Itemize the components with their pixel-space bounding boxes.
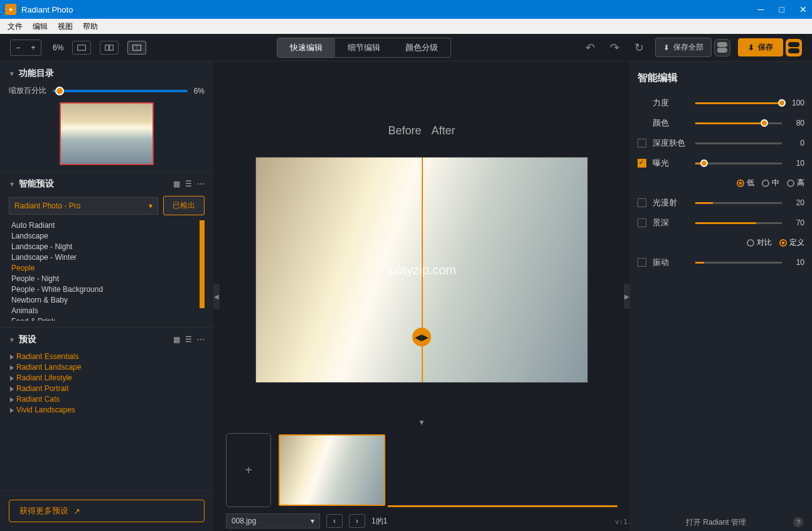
scene-preset-item[interactable]: Landscape - Night [9, 242, 205, 252]
menu-file[interactable]: 文件 [3, 20, 28, 33]
zoom-out-button[interactable]: − [11, 40, 26, 55]
collapse-filmstrip-button[interactable]: ▼ [213, 418, 630, 427]
exposure-value: 10 [788, 159, 804, 168]
compare-radio[interactable]: 对比 [747, 237, 772, 248]
preset-group-item[interactable]: Radiant Portrait [9, 384, 205, 394]
vibrance-slider[interactable] [695, 262, 782, 264]
vibrance-checkbox[interactable] [638, 258, 646, 267]
save-button[interactable]: ⬇保存 [738, 38, 783, 56]
presets-section-title[interactable]: ▼预设 [9, 334, 36, 345]
scene-preset-item[interactable]: People [9, 263, 205, 274]
open-manager-link[interactable]: 打开 Radiant 管理 [686, 517, 746, 528]
menu-edit[interactable]: 编辑 [28, 20, 53, 33]
tab-quick-edit[interactable]: 快速编辑 [277, 38, 335, 57]
dof-checkbox[interactable] [638, 218, 646, 227]
zoom-slider[interactable] [53, 90, 188, 92]
next-image-button[interactable]: › [349, 514, 365, 528]
detected-button[interactable]: 已检出 [163, 196, 205, 215]
get-more-presets-button[interactable]: 获得更多预设 ↗ [9, 500, 205, 522]
toolbar: − + 6% 快速编辑 细节编辑 颜色分级 ↶ ↷ ↻ ⬇保存全部 ⬇保存 [0, 34, 812, 62]
scrollbar[interactable] [200, 220, 205, 308]
scene-preset-item[interactable]: Food & Drink [9, 316, 205, 321]
catalog-section-title[interactable]: ▼功能目录 [9, 68, 54, 79]
titlebar: ✦ Radiant Photo ─ □ ✕ [0, 0, 812, 19]
zoom-in-button[interactable]: + [26, 40, 41, 55]
download-icon: ⬇ [748, 43, 754, 52]
glow-slider[interactable] [695, 202, 782, 204]
more-options-icon[interactable]: ⋯ [197, 335, 205, 344]
save-options-button[interactable] [786, 39, 802, 56]
strength-value: 100 [788, 99, 804, 107]
vibrance-value: 10 [788, 258, 804, 267]
dof-slider[interactable] [695, 222, 782, 224]
split-handle[interactable]: ◀▶ [412, 328, 431, 346]
skin-label: 深度肤色 [653, 137, 689, 149]
preset-group-item[interactable]: Radiant Cats [9, 394, 205, 405]
menu-help[interactable]: 帮助 [78, 20, 103, 33]
scene-preset-item[interactable]: Newborn & Baby [9, 295, 205, 306]
save-all-button[interactable]: ⬇保存全部 [655, 38, 712, 57]
preset-group-item[interactable]: Radiant Lifestyle [9, 373, 205, 384]
svg-rect-0 [78, 45, 86, 50]
scene-preset-item[interactable]: People - White Background [9, 284, 205, 295]
strength-slider[interactable] [695, 102, 782, 104]
help-icon[interactable]: ? [793, 517, 803, 527]
exposure-checkbox[interactable] [638, 159, 646, 168]
define-radio[interactable]: 定义 [779, 237, 804, 248]
add-image-button[interactable]: + [226, 433, 271, 507]
zoom-slider-label: 缩放百分比 [9, 85, 46, 96]
smart-preset-section-title[interactable]: ▼智能预设 [9, 178, 54, 190]
skin-slider[interactable] [695, 142, 782, 144]
more-options-icon[interactable]: ⋯ [197, 180, 205, 188]
left-panel: ▼功能目录 缩放百分比 6% ▼智能预设 ▦ ☰ ⋯ Radiant Photo… [0, 62, 213, 531]
canvas-image[interactable]: ◀▶ iplayzip.com [255, 157, 588, 383]
exposure-high-radio[interactable]: 高 [787, 178, 804, 188]
view-single-button[interactable] [72, 41, 91, 55]
maximize-button[interactable]: □ [779, 4, 784, 14]
exposure-mid-radio[interactable]: 中 [762, 178, 779, 188]
preset-group-item[interactable]: Radiant Essentials [9, 351, 205, 362]
exposure-slider[interactable] [695, 163, 782, 164]
app-logo-icon: ✦ [5, 4, 16, 15]
list-view-icon[interactable]: ☰ [185, 335, 192, 344]
close-button[interactable]: ✕ [799, 4, 807, 14]
tab-color-grade[interactable]: 颜色分级 [393, 38, 451, 57]
scene-preset-item[interactable]: Auto Radiant [9, 220, 205, 231]
filename-select[interactable]: 008.jpg▾ [226, 513, 320, 528]
view-compare-button[interactable] [127, 41, 146, 55]
save-all-options-button[interactable] [714, 39, 730, 56]
tab-detail-edit[interactable]: 细节编辑 [335, 38, 393, 57]
skin-checkbox[interactable] [638, 139, 646, 148]
svg-rect-2 [110, 45, 114, 50]
download-icon: ⬇ [663, 43, 670, 52]
zoom-percent-label: 6% [53, 43, 63, 52]
canvas-area: ◀ ▶ BeforeAfter ◀▶ iplayzip.com ▼ + 008.… [213, 62, 630, 531]
prev-image-button[interactable]: ‹ [326, 514, 343, 528]
scene-preset-list: Auto RadiantLandscapeLandscape - NightLa… [9, 220, 205, 321]
redo-button[interactable]: ↷ [606, 41, 623, 55]
preset-group-item[interactable]: Vivid Landscapes [9, 405, 205, 416]
view-split-button[interactable] [100, 41, 119, 55]
navigator-thumbnail[interactable] [60, 102, 154, 165]
minimize-button[interactable]: ─ [758, 4, 764, 14]
dof-label: 景深 [653, 217, 689, 228]
filmstrip: + [213, 429, 630, 511]
glow-checkbox[interactable] [638, 198, 646, 207]
scene-preset-item[interactable]: Landscape - Winter [9, 252, 205, 263]
scene-preset-item[interactable]: Animals [9, 306, 205, 316]
scene-preset-item[interactable]: People - Night [9, 274, 205, 284]
grid-view-icon[interactable]: ▦ [173, 180, 180, 188]
watermark: iplayzip.com [387, 263, 456, 277]
menu-view[interactable]: 视图 [53, 20, 78, 33]
reset-button[interactable]: ↻ [631, 41, 648, 55]
color-slider[interactable] [695, 122, 782, 124]
filmstrip-thumbnail[interactable] [279, 434, 385, 506]
undo-button[interactable]: ↶ [582, 41, 599, 55]
app-title: Radiant Photo [21, 5, 758, 14]
exposure-low-radio[interactable]: 低 [737, 178, 754, 188]
list-view-icon[interactable]: ☰ [185, 180, 192, 188]
preset-profile-select[interactable]: Radiant Photo - Pro▾ [9, 197, 158, 215]
preset-group-item[interactable]: Radiant Landscape [9, 362, 205, 373]
scene-preset-item[interactable]: Landscape [9, 231, 205, 242]
grid-view-icon[interactable]: ▦ [173, 335, 180, 344]
